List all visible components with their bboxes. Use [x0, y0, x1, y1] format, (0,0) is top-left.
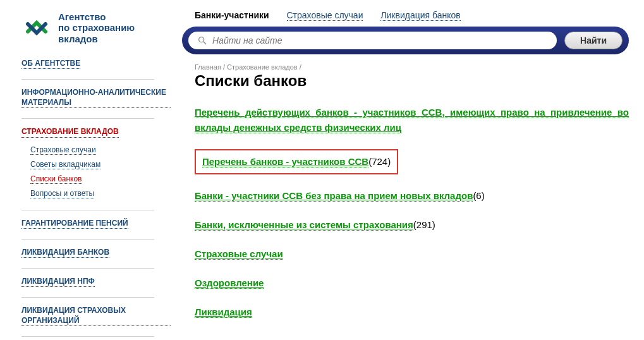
logo-text: Агентство по страхованию вкладов — [58, 11, 135, 44]
tab-liquidation[interactable]: Ликвидация банков — [380, 10, 460, 21]
link-excluded[interactable]: Банки, исключенные из системы страховани… — [195, 219, 413, 231]
count-no-new: (6) — [473, 190, 484, 201]
breadcrumb: Главная / Страхование вкладов / — [195, 63, 629, 71]
link-no-new-deposits[interactable]: Банки - участники ССВ без права на прием… — [195, 190, 473, 202]
nav-insurance[interactable]: СТРАХОВАНИЕ ВКЛАДОВ — [21, 126, 119, 137]
search-input[interactable] — [212, 35, 548, 46]
divider — [21, 239, 154, 240]
svg-line-1 — [204, 42, 206, 44]
count-excluded: (291) — [413, 219, 435, 230]
subnav-qa[interactable]: Вопросы и ответы — [30, 189, 94, 198]
link-active-banks[interactable]: Перечень действующих банков - участников… — [195, 107, 629, 133]
top-tabs: Банки-участники Страховые случаи Ликвида… — [182, 10, 629, 20]
nav-liq-banks[interactable]: ЛИКВИДАЦИЯ БАНКОВ — [21, 247, 109, 258]
nav-about[interactable]: ОБ АГЕНТСТВЕ — [21, 58, 80, 69]
search-icon — [197, 35, 207, 46]
search-field-wrap — [188, 32, 557, 49]
nav-analytics[interactable]: ИНФОРМАЦИОННО-АНАЛИТИЧЕСКИЕ МАТЕРИАЛЫ — [21, 87, 171, 108]
tab-cases[interactable]: Страховые случаи — [287, 10, 363, 21]
divider — [21, 268, 154, 269]
divider — [21, 297, 154, 298]
highlighted-link-box: Перечень банков - участников ССВ(724) — [195, 149, 398, 174]
nav-liq-npf[interactable]: ЛИКВИДАЦИЯ НПФ — [21, 276, 95, 287]
nav-pension[interactable]: ГАРАНТИРОВАНИЕ ПЕНСИЙ — [21, 218, 128, 229]
nav-liq-ins[interactable]: ЛИКВИДАЦИЯ СТРАХОВЫХ ОРГАНИЗАЦИЙ — [21, 305, 171, 326]
svg-point-0 — [199, 37, 204, 42]
tab-banks[interactable]: Банки-участники — [195, 10, 269, 20]
subnav-cases[interactable]: Страховые случаи — [30, 145, 96, 155]
subnav-lists[interactable]: Списки банков — [30, 174, 82, 184]
divider — [21, 210, 154, 210]
subnav-advice[interactable]: Советы вкладчикам — [30, 160, 100, 169]
sidebar-nav: ОБ АГЕНТСТВЕ ИНФОРМАЦИОННО-АНАЛИТИЧЕСКИЕ… — [21, 58, 171, 340]
search-button[interactable]: Найти — [564, 32, 623, 49]
link-insurance-cases[interactable]: Страховые случаи — [195, 248, 283, 260]
link-recovery[interactable]: Оздоровление — [195, 277, 264, 289]
logo-icon — [21, 13, 52, 43]
search-bar: Найти — [182, 27, 629, 54]
divider — [21, 118, 154, 119]
page-title: Списки банков — [195, 72, 629, 90]
content-links: Перечень действующих банков - участников… — [195, 105, 629, 320]
logo[interactable]: Агентство по страхованию вкладов — [21, 11, 171, 44]
divider — [21, 336, 154, 337]
count-participants: (724) — [368, 156, 391, 167]
link-participants[interactable]: Перечень банков - участников ССВ — [202, 156, 368, 167]
divider — [21, 79, 154, 80]
link-liquidation[interactable]: Ликвидация — [195, 307, 252, 318]
